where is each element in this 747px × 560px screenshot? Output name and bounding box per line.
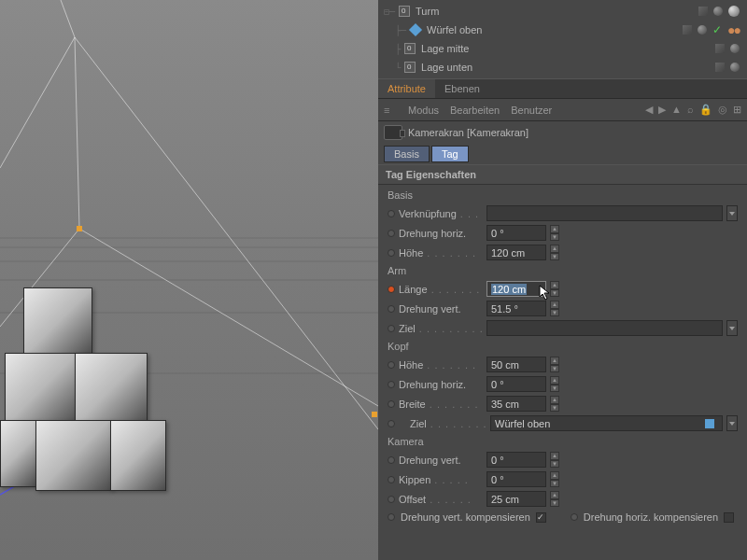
lock-icon[interactable]: 🔒 <box>699 104 712 116</box>
vis-editor-icon[interactable] <box>683 25 692 35</box>
spinner[interactable]: ▲▼ <box>550 245 559 260</box>
attribute-menubar: ≡ Modus Bearbeiten Benutzer ◀ ▶ ▲ ⌕ 🔒 ◎ … <box>378 99 747 121</box>
anim-bullet[interactable] <box>388 305 395 313</box>
prop-compensate: Drehung vert. kompensieren ✓ Drehung hor… <box>378 509 747 525</box>
nav-up-icon[interactable]: ▲ <box>671 104 682 116</box>
subtab-tag[interactable]: Tag <box>431 146 469 162</box>
vis-editor-icon[interactable] <box>715 63 725 72</box>
anim-bullet[interactable] <box>388 420 395 427</box>
cube-bot-2[interactable] <box>35 420 112 491</box>
tag-dots-icon[interactable]: ●● <box>727 22 740 37</box>
spinner[interactable]: ▲▼ <box>550 471 559 487</box>
spinner[interactable]: ▲▼ <box>550 357 559 372</box>
anim-bullet[interactable] <box>388 513 395 521</box>
anim-bullet[interactable] <box>388 400 395 408</box>
object-name: Lage mitte <box>421 43 715 54</box>
vis-editor-icon[interactable] <box>698 7 708 16</box>
prop-offset: Offset . . . . . . 25 cm ▲▼ <box>378 489 747 509</box>
search-icon[interactable]: ⌕ <box>687 104 694 116</box>
vis-render-icon[interactable] <box>713 7 723 16</box>
chevron-icon[interactable] <box>726 415 738 431</box>
comp-vert-checkbox[interactable]: ✓ <box>536 512 546 523</box>
vis-render-icon[interactable] <box>698 25 707 35</box>
menu-icon[interactable]: ≡ <box>384 105 397 116</box>
spinner[interactable]: ▲▼ <box>550 225 559 241</box>
tab-attribute[interactable]: Attribute <box>378 79 435 98</box>
kippen-input[interactable]: 0 ° <box>486 471 546 487</box>
drehung-vert-kam-input[interactable]: 0 ° <box>486 452 546 468</box>
object-row-mitte[interactable]: ├ Lage mitte <box>378 39 747 58</box>
null-icon <box>399 6 410 17</box>
null-icon <box>404 43 416 54</box>
object-row-wuerfel[interactable]: ├─ Würfel oben ✓●● <box>378 21 747 39</box>
spinner[interactable]: ▲▼ <box>550 376 559 392</box>
nav-back-icon[interactable]: ◀ <box>645 104 653 116</box>
spinner[interactable]: ▲▼ <box>550 396 559 412</box>
svg-rect-10 <box>372 412 377 417</box>
object-row-turm[interactable]: ⊟─ Turm <box>378 2 747 21</box>
anim-bullet[interactable] <box>388 325 395 332</box>
anim-bullet[interactable] <box>388 249 395 257</box>
nav-fwd-icon[interactable]: ▶ <box>658 104 666 116</box>
subtab-basis[interactable]: Basis <box>384 146 430 162</box>
drehung-horiz-kopf-input[interactable]: 0 ° <box>486 376 546 392</box>
cube-mid-right[interactable] <box>75 353 148 426</box>
spinner[interactable]: ▲▼ <box>550 301 559 316</box>
ziel-kopf-field[interactable]: Würfel oben <box>490 415 723 431</box>
hoehe-input[interactable]: 120 cm <box>486 245 546 260</box>
prop-kippen: Kippen . . . . . 0 ° ▲▼ <box>378 469 747 489</box>
verknuepfung-field[interactable] <box>486 205 723 221</box>
selected-object-name: Kamerakran [Kamerakran] <box>408 127 529 138</box>
anim-bullet-active[interactable] <box>388 286 395 293</box>
property-tabs: Basis Tag <box>378 144 747 164</box>
anim-bullet[interactable] <box>388 456 395 464</box>
ziel-field[interactable] <box>486 320 723 336</box>
check-icon[interactable]: ✓ <box>712 23 722 36</box>
spinner[interactable]: ▲▼ <box>550 452 559 468</box>
drehung-horiz-input[interactable]: 0 ° <box>486 225 546 241</box>
object-manager: ⊟─ Turm ├─ Würfel oben ✓●● ├ Lage mitte … <box>378 0 747 78</box>
cube-bot-3[interactable] <box>110 420 166 491</box>
new-icon[interactable]: ◎ <box>718 104 727 116</box>
cube-bot-1[interactable] <box>0 420 37 487</box>
group-arm: Arm <box>378 262 747 279</box>
chevron-icon[interactable] <box>726 205 738 221</box>
menu-bearbeiten[interactable]: Bearbeiten <box>450 105 500 116</box>
object-name: Würfel oben <box>427 24 683 35</box>
offset-input[interactable]: 25 cm <box>486 491 546 507</box>
hoehe-kopf-input[interactable]: 50 cm <box>486 357 546 372</box>
anim-bullet[interactable] <box>388 210 395 217</box>
laenge-input[interactable]: 120 cm <box>486 281 546 297</box>
prop-drehung-vert-kamera: Drehung vert. 0 ° ▲▼ <box>378 450 747 469</box>
anim-bullet[interactable] <box>388 496 395 503</box>
comp-horiz-label: Drehung horiz. kompensieren <box>584 511 718 523</box>
menu-benutzer[interactable]: Benutzer <box>511 105 552 116</box>
prop-drehung-horiz-basis: Drehung horiz. 0 ° ▲▼ <box>378 223 747 243</box>
drehung-vert-input[interactable]: 51.5 ° <box>486 301 546 316</box>
viewport-3d[interactable] <box>0 0 378 560</box>
tab-ebenen[interactable]: Ebenen <box>435 79 489 98</box>
comp-horiz-checkbox[interactable] <box>724 512 734 523</box>
prop-drehung-horiz-kopf: Drehung horiz. 0 ° ▲▼ <box>378 374 747 394</box>
cube-link-icon <box>705 419 714 428</box>
chevron-icon[interactable] <box>726 320 738 336</box>
vis-editor-icon[interactable] <box>715 44 725 53</box>
anim-bullet[interactable] <box>388 476 395 483</box>
anim-bullet[interactable] <box>388 361 395 369</box>
vis-render-icon[interactable] <box>730 44 740 53</box>
breite-input[interactable]: 35 cm <box>486 396 546 412</box>
object-name: Turm <box>416 6 698 17</box>
add-icon[interactable]: ⊞ <box>733 104 741 116</box>
spinner[interactable]: ▲▼ <box>550 281 559 297</box>
spinner[interactable]: ▲▼ <box>550 491 559 507</box>
anim-bullet[interactable] <box>388 230 395 237</box>
prop-ziel-arm: Ziel . . . . . . . . . <box>378 318 747 338</box>
tag-icon[interactable] <box>728 6 740 17</box>
cube-mid-left[interactable] <box>5 353 78 426</box>
anim-bullet[interactable] <box>571 513 578 521</box>
cube-top[interactable] <box>23 287 92 357</box>
menu-modus[interactable]: Modus <box>408 105 439 116</box>
anim-bullet[interactable] <box>388 381 395 388</box>
vis-render-icon[interactable] <box>730 63 740 72</box>
object-row-unten[interactable]: └ Lage unten <box>378 58 747 77</box>
